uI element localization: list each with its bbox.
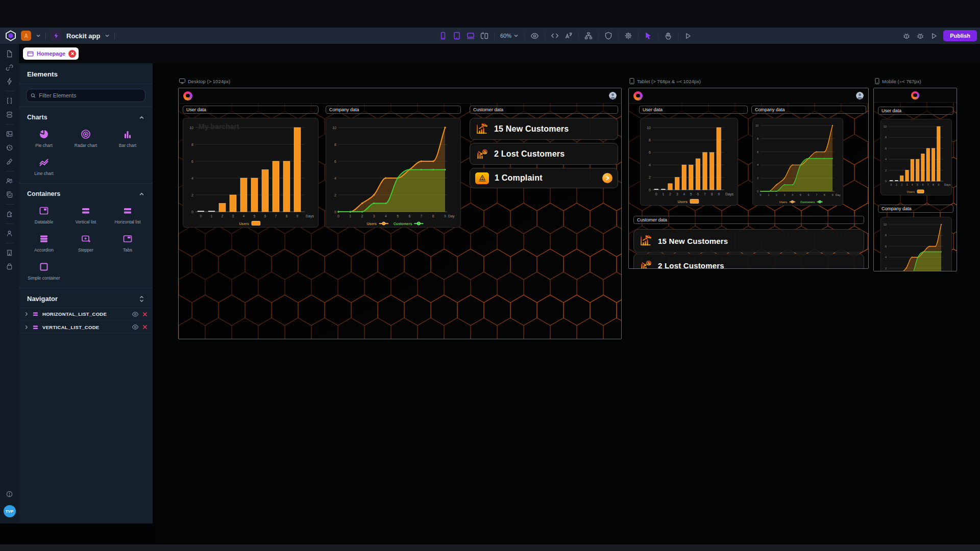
components-copy-icon[interactable]	[0, 188, 19, 202]
sitemap-icon[interactable]	[584, 32, 593, 40]
assets-image-icon[interactable]	[0, 127, 19, 141]
desktop-breakpoint-icon[interactable]	[467, 32, 475, 40]
users-bar-chart[interactable]: 02468100123456789DaysUsers	[881, 119, 951, 195]
workspace-badge[interactable]: A	[21, 31, 31, 41]
user-avatar[interactable]: TVP	[4, 505, 16, 517]
pan-hand-icon[interactable]	[664, 32, 672, 40]
horizontal-list-icon	[122, 206, 133, 216]
complaint-arrow-button[interactable]	[602, 173, 612, 183]
breakpoint-resize-icon[interactable]	[480, 32, 488, 40]
history-icon[interactable]	[0, 141, 19, 155]
debug-icon-1[interactable]	[902, 32, 911, 40]
company-line-chart[interactable]: 02468100123456789DayUsersCustomers	[881, 217, 951, 271]
app-chevron-down-icon[interactable]	[105, 33, 110, 38]
element-vertical-list[interactable]: Vertical list	[65, 206, 107, 224]
preview-eye-icon[interactable]	[530, 32, 539, 40]
pages-icon[interactable]	[0, 47, 19, 61]
panel-title-customer-data[interactable]: Customer data	[470, 106, 618, 114]
plugins-puzzle-icon[interactable]	[0, 207, 19, 221]
select-tool-icon[interactable]	[644, 32, 652, 40]
svg-text:3: 3	[676, 192, 678, 196]
panel-title-user-data[interactable]: User data	[878, 107, 953, 115]
search-input[interactable]	[39, 92, 141, 98]
phone-breakpoint-icon[interactable]	[439, 32, 447, 40]
panel-title-company-data[interactable]: Company data	[878, 205, 953, 213]
preview-tablet-frame[interactable]: User data Company data 02468100123456789…	[628, 88, 869, 269]
user-bar-chart-card[interactable]: 02468100123456789DaysUsers	[880, 119, 952, 195]
section-containers-header[interactable]: Containers	[19, 184, 153, 202]
stat-card-new-customers[interactable]: 15 New Customers	[633, 229, 864, 253]
visibility-eye-icon[interactable]	[132, 323, 139, 331]
app-name[interactable]: Rockit app	[66, 32, 100, 40]
play-icon[interactable]	[684, 32, 692, 40]
delete-x-icon[interactable]	[142, 312, 148, 317]
rail-divider	[5, 171, 14, 171]
element-pie-chart[interactable]: Pie chart	[23, 129, 65, 148]
company-line-chart[interactable]: 02468100123456789DayUsersCustomers	[753, 118, 843, 205]
element-accordion[interactable]: Accordion	[23, 234, 65, 253]
styles-brush-icon[interactable]	[0, 155, 19, 168]
design-canvas[interactable]: Desktop (> 1024px) User data Company dat…	[153, 63, 980, 551]
tablet-breakpoint-icon[interactable]	[453, 32, 461, 40]
links-icon[interactable]	[0, 61, 19, 74]
section-charts-header[interactable]: Charts	[19, 107, 153, 125]
stat-card-new-customers[interactable]: 15 New Customers	[470, 118, 618, 140]
company-line-chart[interactable]: 02468100123456789DayUsersCustomers	[326, 118, 460, 227]
marketplace-bag-icon[interactable]	[0, 260, 19, 273]
stat-card-lost-customers[interactable]: 2 Lost Customers	[633, 254, 864, 269]
workspace-chevron-down-icon[interactable]	[36, 33, 41, 38]
company-line-chart-card[interactable]: 02468100123456789DayUsersCustomers	[880, 217, 952, 271]
element-bar-chart[interactable]: Bar chart	[107, 129, 149, 148]
panel-title-user-data[interactable]: User data	[639, 106, 748, 114]
element-radar-chart[interactable]: Radar chart	[65, 129, 107, 148]
zoom-select[interactable]: 60%	[500, 33, 519, 39]
builder-logo-icon[interactable]	[5, 30, 16, 41]
tab-close-button[interactable]	[68, 50, 76, 58]
panel-title-company-data[interactable]: Company data	[751, 106, 866, 114]
navigator-item-horizontal-list[interactable]: HORIZONTAL_LIST_CODE	[19, 307, 153, 320]
filter-elements-search[interactable]	[26, 89, 145, 102]
preview-desktop-frame[interactable]: User data Company data Customer data 024…	[178, 88, 622, 339]
svg-text:Customers: Customers	[394, 222, 412, 226]
element-datatable[interactable]: Datatable	[23, 206, 65, 224]
sort-chevrons-icon[interactable]	[139, 295, 144, 303]
element-tabs[interactable]: Tabs	[107, 234, 149, 253]
element-horizontal-list[interactable]: Horizontal list	[107, 206, 149, 224]
shield-icon[interactable]	[604, 32, 612, 40]
delete-x-icon[interactable]	[142, 324, 148, 330]
stat-card-lost-customers[interactable]: 2 Lost Customers	[470, 143, 618, 165]
users-bar-chart[interactable]: 02468100123456789DaysUsers	[641, 118, 738, 205]
publish-button[interactable]: Publish	[943, 30, 977, 41]
visibility-eye-icon[interactable]	[132, 311, 139, 318]
tab-homepage[interactable]: Homepage	[23, 47, 79, 60]
element-simple-container[interactable]: Simple container	[23, 262, 65, 281]
preview-mobile-frame[interactable]: User data 02468100123456789DaysUsers Com…	[873, 88, 957, 271]
company-line-chart-card[interactable]: 02468100123456789DayUsersCustomers	[752, 118, 843, 206]
debug-icon-2[interactable]	[916, 32, 924, 40]
stat-card-complaint[interactable]: 1 Complaint	[470, 168, 618, 188]
panel-title-user-data[interactable]: User data	[183, 106, 318, 114]
user-bar-chart-card[interactable]: 0246810My barchart0123456789DaysUsers	[183, 118, 318, 228]
workflows-bolt-icon[interactable]	[0, 74, 19, 88]
organization-building-icon[interactable]	[0, 246, 19, 260]
users-bar-chart[interactable]: 0246810My barchart0123456789DaysUsers	[183, 118, 318, 227]
svg-text:9: 9	[444, 214, 446, 218]
element-stepper[interactable]: Stepper	[65, 234, 107, 253]
variables-brackets-icon[interactable]	[0, 94, 19, 108]
settings-gear-icon[interactable]	[624, 32, 632, 40]
translate-icon[interactable]	[565, 32, 573, 40]
run-play-icon[interactable]	[930, 32, 938, 40]
element-line-chart[interactable]: Line chart	[23, 157, 65, 176]
code-icon[interactable]	[551, 32, 559, 40]
profile-user-icon[interactable]	[0, 227, 19, 240]
data-stack-icon[interactable]	[0, 108, 19, 121]
user-bar-chart-card[interactable]: 02468100123456789DaysUsers	[640, 118, 738, 206]
svg-text:9: 9	[831, 193, 833, 196]
panel-title-company-data[interactable]: Company data	[326, 106, 461, 114]
panel-title-customer-data[interactable]: Customer data	[633, 216, 864, 224]
info-icon[interactable]	[0, 487, 19, 501]
company-line-chart-card[interactable]: 02468100123456789DayUsersCustomers	[326, 118, 461, 228]
navigator-item-vertical-list[interactable]: VERTICAL_LIST_CODE	[19, 320, 153, 334]
users-icon[interactable]	[0, 174, 19, 188]
app-bolt-icon[interactable]	[51, 30, 62, 41]
